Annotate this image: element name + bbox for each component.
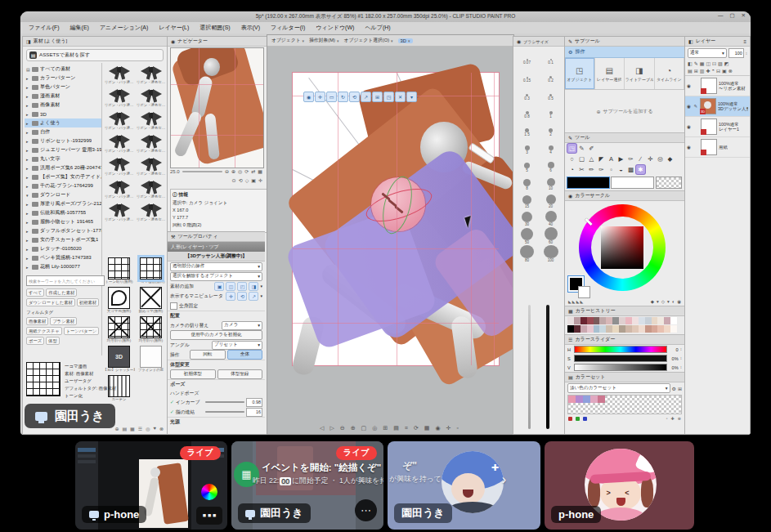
launcher-icon[interactable]: ◁ [320,425,324,431]
layer-toolbar-icon[interactable]: ▥ [700,68,705,74]
expand-arrow-icon[interactable]: ▸ [26,202,30,207]
move-manipulator-icon[interactable]: ✛ [226,292,235,301]
material-tree-item[interactable]: ▸ 厚塗り風ポーズ/ブラシ-2125341 [25,199,101,208]
brush-size-option[interactable]: 0.2 [539,65,563,83]
expand-arrow-icon[interactable]: ▸ [26,139,30,144]
material-tree-item[interactable]: ▸ 服飾小物セット 191465 [25,217,101,226]
subtool-item[interactable]: ◔ タイムライン [655,58,685,89]
finger-link-value[interactable]: 16 [246,408,262,417]
navigator-zoom-icon[interactable]: ⊖ [225,168,229,174]
layer-toolbar-icon[interactable]: ⊟ [716,68,720,74]
material-tree-item[interactable]: ▸ 花柄 Lily-1000077 [25,262,101,271]
material-footer-icon[interactable]: ⊕ [114,426,119,431]
eye-icon[interactable]: ◉ [687,145,693,150]
material-footer-icon[interactable]: ◎ [146,426,150,431]
material-tree-item[interactable]: ▸ 【ポーズ集】女の子アイドルポーズ [25,172,101,181]
tile-sonoda-avatar[interactable]: ぞ" が興味を持ってい… ✚ › 園田うき [388,441,540,530]
history-swatch[interactable] [612,317,619,324]
material-footer-icon[interactable]: ⊗ [159,426,164,431]
expand-arrow-icon[interactable]: ▸ [26,76,30,81]
deselect-object-dropdown[interactable]: 選択を解除するオブジェクト▾ [170,272,262,281]
material-thumbnail[interactable]: リボン・バラ濃… [103,132,135,153]
material-footer-icon[interactable]: ▤ [122,426,127,431]
brush-size-option[interactable]: 0.3 [515,83,539,101]
expand-arrow-icon[interactable]: ▸ [26,238,30,243]
3d-toolbar-icon[interactable]: ⊞ [372,92,383,102]
brush-size-option[interactable]: 8 [515,173,539,190]
history-swatch[interactable] [599,325,606,333]
tag-chip[interactable]: ブラシ素材 [50,317,77,325]
material-thumbnail[interactable]: リボン・濃色セ… [135,109,167,130]
stepper-icon[interactable]: ↕ [680,356,682,360]
layer-row[interactable]: ◉ 100%通常 〜リボン素材 [685,76,750,96]
option-segment[interactable]: 操作対象(M)▾ [309,37,338,44]
material-thumbnail[interactable]: トーン貼り(無料) [103,256,135,284]
layer-toolbar-icon[interactable]: ✚ [706,68,710,74]
eye-icon[interactable]: ◉ [687,124,693,129]
brush-size-option[interactable]: 0.07 [515,47,539,65]
navigator-zoom-icon[interactable]: ⟳ [244,168,249,174]
menu-item[interactable]: アニメーション(A) [100,24,148,32]
launcher-icon[interactable]: ▢ [361,425,367,431]
3d-toolbar-icon[interactable]: ⟲ [349,92,360,102]
history-swatch[interactable] [567,325,574,333]
menu-item[interactable]: 選択範囲(S) [199,24,230,32]
tag-chip[interactable]: ポーズ [26,337,44,345]
material-tree-item[interactable]: ▸ ジュエリーパーツ 愛用3-19075 [25,145,101,154]
menu-item[interactable]: ウィンドウ(W) [316,24,354,32]
tool-icon[interactable]: △ [587,154,596,163]
color-set-swatch[interactable] [576,396,583,403]
history-swatch[interactable] [594,325,600,333]
history-swatch[interactable] [580,325,587,333]
3d-toolbar-icon[interactable]: ↗ [361,92,371,102]
material-tree-item[interactable]: ▸ 千の花-ブラシ-1764299 [25,181,101,190]
launcher-icon[interactable]: ▤ [393,425,399,431]
history-swatch[interactable] [606,325,612,333]
history-swatch[interactable] [594,317,600,324]
material-tree-item[interactable]: ▸ ダッフルボタンセット-1778847 [25,226,101,235]
stepper-icon[interactable]: ↕ [680,365,682,369]
assets-search-button[interactable]: ▤ ASSETSで素材を探す [26,49,164,61]
history-swatch[interactable] [574,325,580,333]
expand-arrow-icon[interactable]: ▸ [26,211,30,216]
opacity-stepper[interactable]: ↕ [746,51,747,56]
camera-dropdown[interactable]: カメラ▾ [222,321,262,330]
history-swatch[interactable] [670,325,677,333]
navigator-icon-button[interactable]: ✛ [258,177,262,183]
brush-size-option[interactable]: 0.8 [515,101,539,118]
wheel-option-icon[interactable]: ◉ [677,299,681,304]
tag-chip[interactable]: すべて [26,288,44,297]
launcher-icon[interactable]: ⊖ [340,425,345,431]
expand-arrow-icon[interactable]: ▸ [26,220,30,225]
menu-item[interactable]: レイヤー(L) [159,24,189,32]
brush-size-option[interactable]: 5 [515,155,539,172]
option-segment[interactable]: 3D▾ [398,38,413,43]
wheel-option-icon[interactable]: ▾ [657,299,659,304]
slider-track[interactable] [574,346,667,353]
expand-arrow-icon[interactable]: ▸ [26,130,30,135]
finger-link-slider[interactable] [205,411,244,413]
blend-mode-dropdown[interactable]: 通常▾ [688,48,727,58]
tool-icon[interactable]: ◳ [567,144,576,153]
navigator-icon-button[interactable]: ◇ [245,177,249,183]
history-swatch[interactable] [670,317,677,324]
expand-arrow-icon[interactable]: ▸ [26,148,30,153]
eye-icon[interactable]: ◉ [687,104,693,109]
expand-arrow-icon[interactable]: ▸ [26,85,30,90]
material-tree-item[interactable]: ▸ カラーパターン [25,74,101,83]
expand-arrow-icon[interactable]: ▾ [26,193,30,198]
history-swatch[interactable] [664,317,670,324]
saturation-value-square[interactable] [601,226,643,269]
navigator-zoom-icon[interactable]: ▦ [258,168,262,174]
color-set-swatch[interactable] [598,396,605,403]
add-swatch-icon[interactable]: ✚ [671,416,675,421]
history-swatch[interactable] [652,317,658,324]
expand-arrow-icon[interactable]: ▸ [26,256,30,261]
brush-size-option[interactable]: 0.5 [539,83,563,101]
layer-toolbar-icon[interactable]: ▦ [700,60,705,66]
3d-toolbar-icon[interactable]: ◉ [303,92,314,102]
history-swatch[interactable] [639,317,645,324]
material-tree-item[interactable]: ▸ レタッチ-0105020 [25,244,101,253]
material-tree-item[interactable]: ▸ 漫画素材 [25,92,101,101]
tool-icon[interactable]: ◎ [656,154,665,163]
